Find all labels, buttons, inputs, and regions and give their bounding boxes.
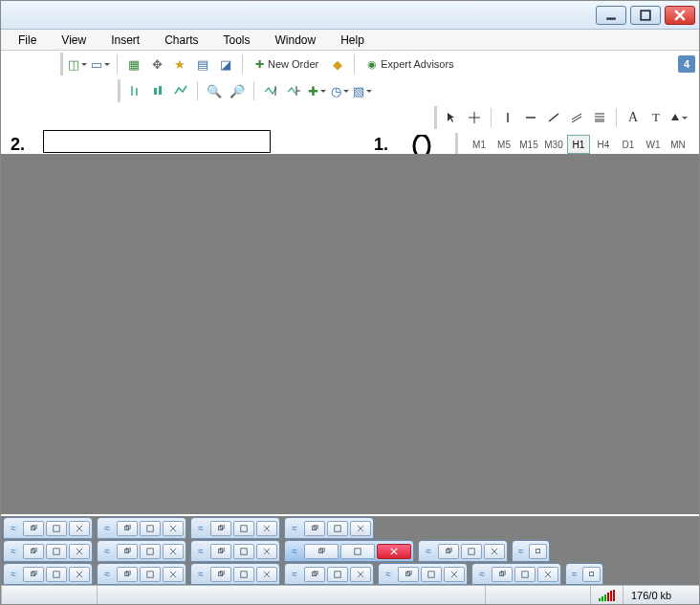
templates-button[interactable]: ▧	[352, 80, 373, 101]
child-max-button[interactable]	[46, 521, 67, 536]
timeframe-m5[interactable]: M5	[492, 135, 515, 154]
indicators-button[interactable]: ✚	[306, 80, 327, 101]
trendline-button[interactable]	[543, 107, 564, 128]
child-close-button[interactable]	[256, 544, 277, 559]
line-chart-button[interactable]	[170, 80, 191, 101]
zoom-out-button[interactable]: 🔎	[227, 80, 248, 101]
child-window[interactable]: ≈	[97, 540, 186, 562]
child-restore-button[interactable]	[492, 567, 513, 582]
child-close-button[interactable]	[163, 544, 184, 559]
child-close-button[interactable]	[484, 544, 505, 559]
child-close-button[interactable]	[444, 567, 465, 582]
maximize-button[interactable]	[630, 6, 661, 25]
child-restore-button[interactable]	[117, 567, 138, 582]
child-restore-button[interactable]	[304, 544, 339, 559]
child-restore-button[interactable]	[438, 544, 459, 559]
child-restore-button[interactable]	[117, 544, 138, 559]
child-window[interactable]: ≈	[3, 517, 93, 539]
equidistant-channel-button[interactable]	[566, 107, 587, 128]
child-close-button[interactable]	[69, 544, 90, 559]
child-restore-button[interactable]	[304, 521, 325, 536]
child-close-button[interactable]	[163, 567, 184, 582]
child-max-button[interactable]	[461, 544, 482, 559]
child-restore-button[interactable]	[117, 521, 138, 536]
child-max-button[interactable]	[233, 567, 254, 582]
notification-count[interactable]: 4	[678, 55, 695, 73]
toolbar-periodicity[interactable]: M1 M5 M15 M30 H1 H4 D1 W1 MN	[455, 133, 693, 156]
navigator-button[interactable]: ✥	[146, 54, 167, 75]
child-max-button[interactable]	[140, 544, 161, 559]
child-max-button[interactable]	[140, 521, 161, 536]
child-restore-button[interactable]	[210, 544, 231, 559]
child-max-button[interactable]	[140, 567, 161, 582]
child-close-button[interactable]	[350, 521, 371, 536]
menu-charts[interactable]: Charts	[155, 32, 208, 49]
chart-shift-button[interactable]	[283, 80, 304, 101]
child-max-button[interactable]	[327, 521, 348, 536]
tester-button[interactable]: ◪	[215, 54, 236, 75]
child-max-button[interactable]	[233, 521, 254, 536]
close-button[interactable]	[665, 6, 695, 25]
child-window[interactable]: ≈	[512, 540, 550, 562]
timeframe-m15[interactable]: M15	[517, 135, 540, 154]
child-max-button[interactable]	[46, 567, 67, 582]
timeframe-mn[interactable]: MN	[667, 135, 689, 154]
profiles-button[interactable]: ▭	[90, 54, 111, 75]
child-restore-button[interactable]	[398, 567, 419, 582]
menu-file[interactable]: File	[9, 32, 46, 49]
zoom-in-button[interactable]: 🔍	[204, 80, 225, 101]
crosshair-button[interactable]	[464, 107, 485, 128]
metaeditor-button[interactable]: ◆	[327, 54, 348, 75]
child-window[interactable]: ≈	[97, 517, 186, 539]
child-restore-button[interactable]	[23, 544, 44, 559]
child-window[interactable]: ≈	[565, 563, 603, 585]
timeframe-w1[interactable]: W1	[642, 135, 665, 154]
child-restore-button[interactable]	[23, 521, 44, 536]
child-close-button[interactable]	[69, 567, 90, 582]
timeframe-h4[interactable]: H4	[592, 135, 615, 154]
new-order-button[interactable]: ✚New Order	[249, 54, 325, 75]
timeframe-d1[interactable]: D1	[617, 135, 640, 154]
child-window[interactable]: ≈	[284, 563, 374, 585]
menu-tools[interactable]: Tools	[214, 32, 260, 49]
child-close-button[interactable]	[163, 521, 184, 536]
child-close-button[interactable]	[256, 567, 277, 582]
periodicity-button[interactable]: ◷	[329, 80, 350, 101]
child-max-button[interactable]	[46, 544, 67, 559]
market-watch-button[interactable]: ▦	[123, 54, 144, 75]
toolbar-standard[interactable]: ◫ ▭ ▦ ✥ ★ ▤ ◪ ✚New Order ◆ ◉Expert Advis…	[60, 53, 465, 76]
child-window[interactable]: ≈	[97, 563, 186, 585]
child-close-button[interactable]	[350, 567, 371, 582]
child-max-button[interactable]	[514, 567, 536, 582]
child-window[interactable]: ≈	[284, 517, 374, 539]
menu-help[interactable]: Help	[331, 32, 374, 49]
menu-view[interactable]: View	[52, 32, 96, 49]
expert-advisors-button[interactable]: ◉Expert Advisors	[361, 54, 460, 75]
toolbar-line-studies[interactable]: A T	[434, 106, 693, 129]
child-restore-button[interactable]	[304, 567, 325, 582]
text-label-button[interactable]: T	[645, 107, 667, 128]
arrows-button[interactable]	[668, 107, 689, 128]
child-window[interactable]: ≈	[190, 563, 280, 585]
child-max-button[interactable]	[340, 544, 375, 559]
child-close-button[interactable]	[537, 567, 558, 582]
menu-window[interactable]: Window	[266, 32, 326, 49]
child-window[interactable]: ≈	[3, 563, 93, 585]
timeframe-m30[interactable]: M30	[542, 135, 565, 154]
child-restore-button[interactable]	[529, 544, 547, 559]
vertical-line-button[interactable]	[497, 107, 518, 128]
new-chart-button[interactable]: ◫	[67, 54, 88, 75]
child-max-button[interactable]	[233, 544, 254, 559]
child-window[interactable]: ≈	[378, 563, 468, 585]
timeframe-m1[interactable]: M1	[468, 135, 491, 154]
child-window[interactable]: ≈	[471, 563, 561, 585]
timeframe-h1[interactable]: H1	[567, 135, 590, 154]
child-restore-button[interactable]	[582, 567, 601, 582]
child-close-button[interactable]	[69, 521, 90, 536]
data-window-button[interactable]: ★	[169, 54, 190, 75]
terminal-button[interactable]: ▤	[192, 54, 213, 75]
child-window[interactable]: ≈	[190, 540, 280, 562]
child-max-button[interactable]	[421, 567, 442, 582]
candle-chart-button[interactable]	[147, 80, 168, 101]
child-window[interactable]: ≈	[190, 517, 280, 539]
